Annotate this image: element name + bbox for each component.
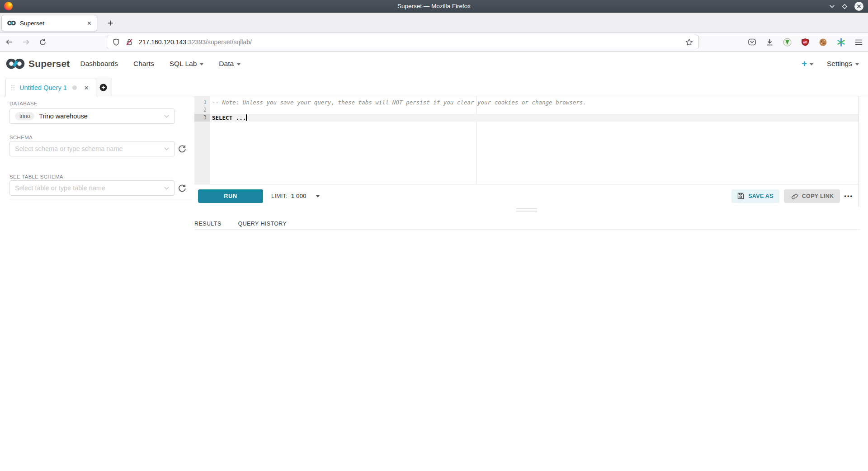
schema-placeholder: Select schema or type schema name: [15, 145, 123, 152]
new-tab-button[interactable]: [105, 18, 115, 28]
chevron-down-icon: [164, 115, 169, 118]
nav-item-data[interactable]: Data: [211, 52, 248, 76]
browser-toolbar: 217.160.120.143:32393/superset/sqllab/: [0, 33, 868, 52]
drag-handle-icon[interactable]: [11, 85, 15, 91]
sql-keyword: SELECT: [212, 114, 232, 121]
browser-tabstrip: Superset ✕: [0, 13, 868, 33]
add-circle-icon: [99, 84, 107, 91]
bookmark-star-icon[interactable]: [685, 38, 693, 46]
url-text[interactable]: 217.160.120.143:32393/superset/sqllab/: [139, 38, 685, 46]
extension-ublock-icon[interactable]: uO: [801, 38, 809, 46]
table-select[interactable]: Select table or type table name: [9, 180, 175, 196]
schema-select[interactable]: Select schema or type schema name: [9, 141, 175, 156]
nav-item-label: Charts: [133, 60, 154, 68]
query-tab-close-icon[interactable]: ✕: [84, 85, 89, 91]
query-tabstrip: Untitled Query 1 ✕: [0, 76, 868, 96]
reload-icon[interactable]: [39, 38, 47, 46]
caret-down-icon: [855, 63, 859, 66]
query-tab-active[interactable]: Untitled Query 1 ✕: [5, 79, 96, 96]
limit-dropdown[interactable]: LIMIT: 1 000: [271, 193, 320, 199]
back-icon[interactable]: [5, 38, 13, 46]
nav-item-sql-lab[interactable]: SQL Lab: [162, 52, 212, 76]
refresh-table-icon[interactable]: [178, 184, 187, 193]
caret-down-icon: [200, 63, 203, 66]
maximize-icon[interactable]: [842, 4, 848, 9]
database-tag: trino: [15, 112, 34, 120]
tab-close-icon[interactable]: ✕: [87, 20, 92, 26]
schema-label: SCHEMA: [9, 135, 33, 140]
nav-item-label: SQL Lab: [170, 60, 197, 68]
editor-code[interactable]: -- Note: Unless you save your query, the…: [210, 99, 859, 122]
plus-icon: [107, 20, 113, 26]
browser-tab-superset[interactable]: Superset ✕: [1, 15, 97, 31]
pane-resizer-handle[interactable]: [194, 208, 859, 212]
browser-window: Superset — Mozilla Firefox Superset ✕: [0, 0, 868, 471]
database-value: Trino warehouse: [39, 113, 87, 120]
caret-down-icon: [316, 195, 320, 198]
superset-favicon-icon: [7, 20, 16, 26]
superset-brand[interactable]: Superset: [5, 58, 70, 70]
more-options-button[interactable]: •••: [844, 193, 853, 199]
line-number-active: 3: [194, 114, 210, 122]
plus-icon: +: [802, 59, 807, 68]
table-placeholder: Select table or type table name: [15, 184, 105, 192]
superset-nav-right: + Settings: [802, 52, 859, 76]
sqllab-sidebar: DATABASE trino Trino warehouse SCHEMA Se…: [9, 96, 192, 213]
add-menu-button[interactable]: +: [802, 59, 813, 68]
browser-nav-buttons: [5, 33, 47, 51]
run-button-label: RUN: [224, 193, 237, 199]
south-pane-tabs: RESULTS QUERY HISTORY: [194, 216, 860, 230]
extension-cookie-icon[interactable]: [819, 38, 827, 47]
limit-value: 1 000: [291, 193, 307, 199]
window-controls: [829, 0, 863, 13]
forward-icon[interactable]: [22, 38, 30, 46]
nav-item-charts[interactable]: Charts: [126, 52, 162, 76]
link-icon: [790, 192, 798, 200]
line-number: 1: [194, 99, 210, 106]
insecure-lock-icon[interactable]: [126, 38, 133, 46]
save-as-button[interactable]: SAVE AS: [731, 189, 779, 203]
add-query-tab-button[interactable]: [94, 79, 112, 96]
sql-active-line: SELECT ...: [210, 114, 859, 122]
sql-comment-line: -- Note: Unless you save your query, the…: [212, 99, 586, 106]
run-button[interactable]: RUN: [198, 189, 263, 203]
limit-label: LIMIT:: [271, 193, 288, 199]
url-host: 217.160.120.143: [139, 38, 186, 46]
window-title: Superset — Mozilla Firefox: [0, 0, 868, 13]
superset-logo-icon: [5, 58, 25, 70]
url-bar[interactable]: 217.160.120.143:32393/superset/sqllab/: [107, 35, 699, 49]
tab-results[interactable]: RESULTS: [194, 221, 222, 229]
sidebar-divider: [9, 199, 192, 199]
settings-menu-button[interactable]: Settings: [827, 60, 859, 68]
query-tab-label: Untitled Query 1: [19, 84, 67, 91]
sql-code-rest: ...: [232, 114, 246, 121]
window-titlebar: Superset — Mozilla Firefox: [0, 0, 868, 13]
save-as-label: SAVE AS: [748, 193, 774, 199]
url-path: :32393/superset/sqllab/: [186, 38, 252, 46]
caret-down-icon: [237, 63, 241, 66]
sql-editor[interactable]: 1 2 3 -- Note: Unless you save your quer…: [194, 96, 859, 184]
save-icon: [737, 193, 744, 199]
sql-editor-panel: 1 2 3 -- Note: Unless you save your quer…: [194, 96, 859, 207]
browser-tab-title: Superset: [20, 20, 87, 27]
pocket-icon[interactable]: [748, 38, 756, 46]
extension-privacy-badger-icon[interactable]: [783, 38, 792, 47]
sql-blank-line: [210, 106, 859, 114]
copy-link-button[interactable]: COPY LINK: [784, 189, 840, 203]
settings-label: Settings: [827, 60, 852, 68]
shield-icon[interactable]: [113, 38, 120, 46]
brand-title: Superset: [28, 58, 70, 69]
tab-query-history[interactable]: QUERY HISTORY: [238, 221, 287, 229]
minimize-icon[interactable]: [829, 4, 835, 9]
database-label: DATABASE: [9, 101, 38, 106]
refresh-schema-icon[interactable]: [178, 144, 187, 153]
editor-toolbar: RUN LIMIT: 1 000 SAVE AS: [194, 185, 859, 207]
text-cursor: [246, 114, 247, 121]
database-select[interactable]: trino Trino warehouse: [9, 108, 175, 124]
download-icon[interactable]: [766, 38, 774, 46]
extension-colorful-asterisk-icon[interactable]: [837, 38, 845, 47]
nav-item-label: Data: [219, 60, 234, 68]
close-icon[interactable]: [854, 2, 863, 11]
menu-icon[interactable]: [855, 39, 863, 45]
nav-item-dashboards[interactable]: Dashboards: [72, 52, 126, 76]
